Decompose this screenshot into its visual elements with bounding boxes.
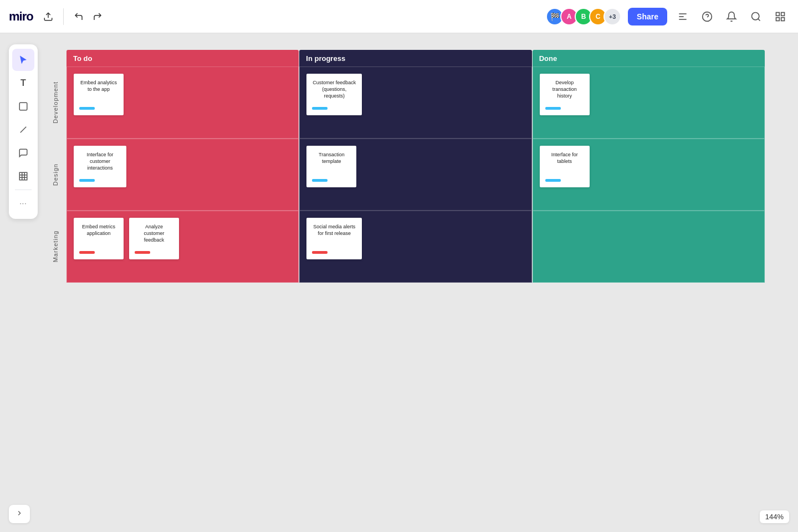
cell-design-done: Interface for tablets [533,139,765,211]
note-tag-blue-5 [545,107,561,110]
search-button[interactable] [747,8,765,25]
note-transaction-template[interactable]: Transaction template [306,146,356,187]
row-labels: Development Design Marketing [44,66,66,283]
left-toolbar: T ··· [9,44,38,219]
undo-button[interactable] [70,8,87,25]
note-tag-red-2 [135,251,150,254]
note-tag-red-3 [312,251,328,254]
notifications-button[interactable] [723,8,740,25]
customize-button[interactable] [674,8,692,25]
note-develop-transaction[interactable]: Develop transaction history [540,74,590,115]
svg-rect-10 [776,17,780,21]
cell-design-todo: Interface for customer interactions [66,139,299,211]
row-label-development: Development [44,66,66,139]
note-tag-red-1 [79,251,95,254]
note-embed-analytics[interactable]: Embed analytics to the app [74,74,124,115]
note-interface-tablets[interactable]: Interface for tablets [540,146,590,187]
column-headers: To do In progress Done [66,50,765,66]
select-tool[interactable] [12,49,34,71]
svg-point-6 [752,12,759,19]
column-todo: Embed analytics to the app Interface for… [66,66,299,283]
column-header-todo: To do [66,50,299,66]
export-button[interactable] [40,8,57,25]
svg-rect-14 [19,172,27,180]
column-inprogress: Customer feedback (questions, requests) … [299,66,531,283]
cell-marketing-todo: Embed metrics application Analyze custom… [66,211,299,283]
comment-tool[interactable] [12,142,34,164]
svg-rect-12 [19,103,27,110]
zoom-indicator: 144% [760,510,789,523]
header-right: 🏁 A B C +3 Share [546,8,789,25]
row-label-marketing: Marketing [44,211,66,283]
note-tag-blue [79,107,95,110]
cell-marketing-done [533,211,765,283]
canvas: To do In progress Done Development Desig… [0,33,798,532]
more-tools-button[interactable]: ··· [12,192,34,214]
columns: Embed analytics to the app Interface for… [66,66,765,283]
note-analyze-feedback[interactable]: Analyze customer feedback [129,218,179,259]
collapse-button[interactable] [9,505,30,523]
column-done: Develop transaction history Interface fo… [532,66,765,283]
share-button[interactable]: Share [628,8,667,25]
note-tag-blue-3 [312,107,328,110]
help-button[interactable] [698,8,716,25]
cell-development-inprogress: Customer feedback (questions, requests) [299,66,531,139]
cell-marketing-inprogress: Social media alerts for first release [299,211,531,283]
header-left: miro [9,8,106,25]
svg-rect-8 [776,12,780,16]
svg-rect-11 [781,17,785,21]
avatar-group: 🏁 A B C +3 [546,8,621,25]
undo-redo-group [63,8,106,25]
avatar-count: +3 [603,8,621,25]
note-tag-blue-2 [79,179,95,182]
sticky-tool[interactable] [12,95,34,117]
svg-line-13 [21,127,27,133]
line-tool[interactable] [12,119,34,141]
logo: miro [9,9,33,24]
header: miro 🏁 A B C +3 Share [0,0,798,33]
svg-line-7 [758,18,760,21]
note-social-media[interactable]: Social media alerts for first release [306,218,362,259]
cell-development-done: Develop transaction history [533,66,765,139]
cell-design-inprogress: Transaction template [299,139,531,211]
redo-button[interactable] [89,8,106,25]
column-header-inprogress: In progress [299,50,531,66]
svg-rect-9 [781,12,785,16]
note-embed-metrics[interactable]: Embed metrics application [74,218,124,259]
grid: Development Design Marketing Embed analy… [44,66,765,283]
cell-development-todo: Embed analytics to the app [66,66,299,139]
column-header-done: Done [533,50,765,66]
toolbar-divider [15,190,32,190]
frame-tool[interactable] [12,165,34,187]
row-label-design: Design [44,139,66,211]
note-customer-feedback[interactable]: Customer feedback (questions, requests) [306,74,362,115]
board-view-button[interactable] [771,8,789,25]
text-tool[interactable]: T [12,72,34,94]
note-tag-blue-4 [312,179,328,182]
board-wrapper: To do In progress Done Development Desig… [44,50,765,283]
note-tag-blue-6 [545,179,561,182]
note-interface-customer[interactable]: Interface for customer interactions [74,146,126,187]
